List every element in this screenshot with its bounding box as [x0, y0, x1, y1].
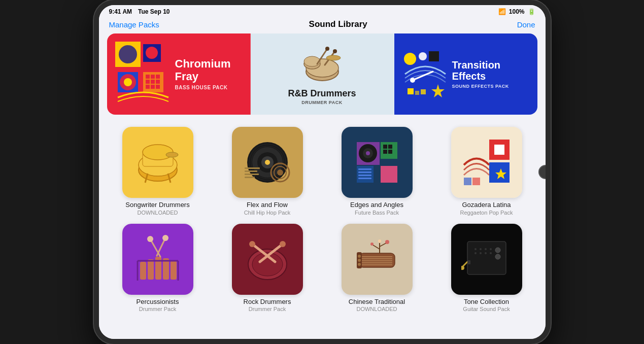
- svg-rect-81: [148, 259, 154, 280]
- svg-rect-16: [156, 85, 160, 89]
- svg-rect-14: [146, 85, 150, 89]
- time-display: 9:41 AM: [109, 8, 132, 15]
- svg-point-114: [370, 243, 374, 246]
- chromium-text: ChromiumFray BASS HOUSE PACK: [175, 58, 231, 90]
- done-button[interactable]: Done: [517, 20, 535, 29]
- svg-point-97: [249, 241, 255, 247]
- status-left: 9:41 AM Tue Sep 10: [109, 8, 170, 15]
- ipad-frame: 9:41 AM Tue Sep 10 📶 100% 🔋 Manage Packs…: [94, 0, 551, 344]
- svg-rect-62: [383, 145, 387, 149]
- featured-item-rnb[interactable]: R&B Drummers DRUMMER PACK: [251, 33, 394, 115]
- svg-rect-67: [358, 168, 371, 170]
- svg-rect-8: [146, 75, 150, 79]
- status-right: 📶 100% 🔋: [498, 8, 535, 15]
- pack-label-edges: Edges and Angles Future Bass Pack: [350, 201, 403, 216]
- featured-item-transition[interactable]: TransitionEffects SOUND EFFECTS PACK: [394, 33, 537, 115]
- svg-marker-29: [431, 84, 445, 97]
- pack-item-songwriter[interactable]: Songwriter Drummers DOWNLOADED: [107, 127, 209, 216]
- svg-point-121: [490, 248, 492, 250]
- svg-point-89: [147, 236, 153, 242]
- chinese-name: Chinese Traditional: [349, 298, 405, 306]
- pack-label-rock: Rock Drummers Drummer Pack: [244, 298, 291, 313]
- svg-rect-80: [140, 262, 146, 280]
- svg-point-127: [495, 254, 500, 259]
- nav-bar: Manage Packs Sound Library Done: [99, 17, 546, 33]
- chromium-art: [115, 42, 171, 107]
- flex-type: Chill Hip Hop Pack: [244, 210, 291, 216]
- svg-point-20: [304, 56, 320, 66]
- svg-point-51: [277, 169, 283, 176]
- svg-rect-32: [408, 88, 414, 94]
- chromium-name: ChromiumFray: [175, 58, 231, 82]
- svg-point-25: [326, 55, 341, 60]
- svg-point-3: [146, 47, 158, 59]
- thumb-flex-bg: [232, 127, 303, 198]
- svg-rect-34: [421, 89, 426, 94]
- svg-point-6: [124, 78, 132, 86]
- pack-item-chinese[interactable]: Chinese Traditional DOWNLOADED: [326, 224, 428, 313]
- svg-rect-74: [494, 145, 504, 155]
- svg-point-23: [325, 47, 329, 51]
- svg-rect-55: [245, 177, 255, 178]
- pack-thumbnail-flex: [232, 127, 303, 198]
- svg-point-98: [280, 241, 286, 247]
- svg-point-60: [366, 151, 370, 155]
- svg-rect-53: [245, 170, 257, 172]
- manage-packs-button[interactable]: Manage Packs: [109, 20, 159, 29]
- svg-rect-65: [388, 150, 392, 154]
- pack-item-rock[interactable]: Rock Drummers Drummer Pack: [217, 224, 318, 313]
- transition-type: SOUND EFFECTS PACK: [452, 84, 509, 89]
- percussionists-type: Drummer Pack: [137, 306, 179, 312]
- wifi-icon: 📶: [498, 8, 506, 15]
- gozadera-type: Reggaeton Pop Pack: [460, 210, 513, 216]
- svg-rect-77: [464, 178, 471, 185]
- gozadera-name: Gozadera Latina: [460, 201, 513, 209]
- chromium-type: BASS HOUSE PACK: [175, 85, 231, 90]
- home-button[interactable]: [538, 165, 551, 179]
- svg-rect-12: [151, 80, 155, 84]
- tone-type: Guitar Sound Pack: [463, 306, 510, 312]
- svg-rect-130: [467, 260, 470, 264]
- svg-point-120: [485, 248, 487, 250]
- thumb-gozadera-bg: [451, 127, 522, 198]
- svg-point-109: [358, 263, 361, 266]
- tone-name: Tone Collection: [463, 298, 510, 306]
- rock-type: Drummer Pack: [244, 306, 291, 312]
- transition-text: TransitionEffects SOUND EFFECTS PACK: [452, 59, 509, 89]
- svg-point-27: [419, 52, 427, 60]
- thumb-tone-bg: [451, 224, 522, 295]
- thumb-percussionists-bg: [122, 224, 193, 295]
- pack-grid: Songwriter Drummers DOWNLOADED: [107, 127, 537, 312]
- svg-point-1: [119, 45, 137, 63]
- rnb-art: [302, 44, 343, 84]
- pack-thumbnail-gozadera: [451, 127, 522, 198]
- pack-thumbnail-songwriter: [122, 127, 193, 198]
- svg-rect-63: [388, 145, 392, 149]
- content-area: ChromiumFray BASS HOUSE PACK: [99, 33, 546, 339]
- svg-rect-10: [156, 75, 160, 79]
- pack-label-tone: Tone Collection Guitar Sound Pack: [463, 298, 510, 313]
- date-display: Tue Sep 10: [138, 8, 170, 15]
- pack-item-percussionists[interactable]: Percussionists Drummer Pack: [107, 224, 209, 313]
- chinese-type: DOWNLOADED: [349, 306, 405, 312]
- pack-thumbnail-edges: [342, 127, 413, 198]
- svg-rect-66: [357, 166, 374, 183]
- svg-point-24: [333, 49, 337, 53]
- rnb-name: R&B Drummers: [288, 88, 356, 99]
- thumb-chinese-bg: [342, 224, 413, 295]
- svg-point-26: [404, 53, 416, 65]
- svg-point-118: [474, 248, 477, 250]
- svg-rect-70: [358, 178, 371, 179]
- rnb-text: R&B Drummers DRUMMER PACK: [288, 88, 356, 105]
- rnb-type: DRUMMER PACK: [288, 100, 356, 105]
- svg-point-108: [358, 259, 361, 262]
- battery-display: 100%: [509, 8, 525, 15]
- pack-item-edges[interactable]: Edges and Angles Future Bass Pack: [326, 127, 428, 216]
- pack-item-gozadera[interactable]: Gozadera Latina Reggaeton Pop Pack: [436, 127, 537, 216]
- svg-rect-100: [359, 253, 395, 267]
- pack-item-flex[interactable]: Flex and Flow Chill Hip Hop Pack: [217, 127, 318, 216]
- pack-item-tone[interactable]: Tone Collection Guitar Sound Pack: [436, 224, 537, 313]
- featured-item-chromium[interactable]: ChromiumFray BASS HOUSE PACK: [107, 33, 251, 115]
- songwriter-name: Songwriter Drummers: [125, 201, 189, 209]
- svg-rect-68: [358, 171, 371, 173]
